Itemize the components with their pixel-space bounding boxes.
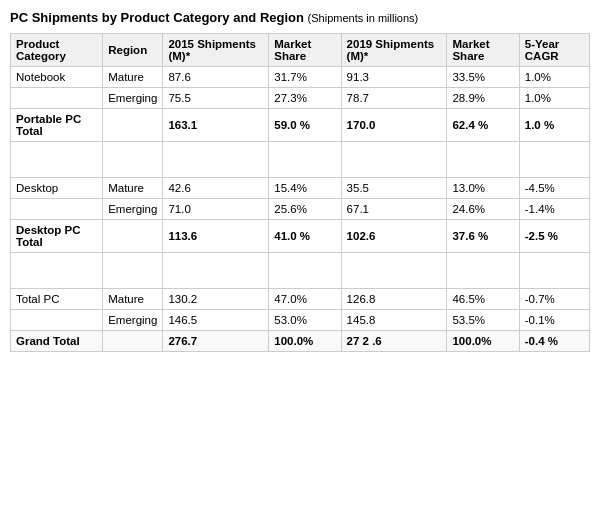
table-cell: 146.5	[163, 310, 269, 331]
col-header-region: Region	[103, 34, 163, 67]
table-cell: 75.5	[163, 88, 269, 109]
table-cell: 41.0 %	[269, 220, 341, 253]
table-cell: Total PC	[11, 289, 103, 310]
spacer-row	[11, 271, 590, 289]
table-cell: 37.6 %	[447, 220, 519, 253]
table-cell: 42.6	[163, 178, 269, 199]
table-cell: 28.9%	[447, 88, 519, 109]
subtotal-row: Desktop PC Total113.641.0 %102.637.6 %-2…	[11, 220, 590, 253]
table-cell: 27.3%	[269, 88, 341, 109]
table-cell: 100.0%	[447, 331, 519, 352]
table-cell	[103, 331, 163, 352]
table-cell: 31.7%	[269, 67, 341, 88]
table-cell: 33.5%	[447, 67, 519, 88]
table-cell: 25.6%	[269, 199, 341, 220]
table-cell: 46.5%	[447, 289, 519, 310]
table-cell: 276.7	[163, 331, 269, 352]
table-cell: -0.4 %	[519, 331, 589, 352]
table-cell: Emerging	[103, 88, 163, 109]
col-header-share2019: Market Share	[447, 34, 519, 67]
table-cell: -0.1%	[519, 310, 589, 331]
table-row: DesktopMature42.615.4%35.513.0%-4.5%	[11, 178, 590, 199]
table-cell: -1.4%	[519, 199, 589, 220]
spacer-row	[11, 142, 590, 160]
table-cell: 13.0%	[447, 178, 519, 199]
shipments-table: Product Category Region 2015 Shipments (…	[10, 33, 590, 352]
table-row: Total PCMature130.247.0%126.846.5%-0.7%	[11, 289, 590, 310]
table-cell: -0.7%	[519, 289, 589, 310]
table-cell: 126.8	[341, 289, 447, 310]
table-cell: 1.0%	[519, 67, 589, 88]
table-cell: Desktop PC Total	[11, 220, 103, 253]
table-cell: 100.0%	[269, 331, 341, 352]
table-cell: 1.0 %	[519, 109, 589, 142]
col-header-category: Product Category	[11, 34, 103, 67]
spacer-row	[11, 253, 590, 271]
table-cell: Grand Total	[11, 331, 103, 352]
table-cell: 163.1	[163, 109, 269, 142]
spacer-row	[11, 160, 590, 178]
table-cell	[103, 220, 163, 253]
table-cell: Notebook	[11, 67, 103, 88]
table-cell: 67.1	[341, 199, 447, 220]
subtotal-row: Portable PC Total163.159.0 %170.062.4 %1…	[11, 109, 590, 142]
col-header-ship2019: 2019 Shipments (M)*	[341, 34, 447, 67]
col-header-share2015: Market Share	[269, 34, 341, 67]
table-cell	[11, 310, 103, 331]
table-cell	[103, 109, 163, 142]
table-cell	[11, 199, 103, 220]
table-cell: 102.6	[341, 220, 447, 253]
table-cell: 53.5%	[447, 310, 519, 331]
col-header-cagr: 5-Year CAGR	[519, 34, 589, 67]
table-cell: Portable PC Total	[11, 109, 103, 142]
table-cell: 113.6	[163, 220, 269, 253]
table-cell: 130.2	[163, 289, 269, 310]
table-cell: Emerging	[103, 310, 163, 331]
page-title: PC Shipments by Product Category and Reg…	[10, 10, 590, 25]
table-row: Emerging71.025.6%67.124.6%-1.4%	[11, 199, 590, 220]
table-cell: Emerging	[103, 199, 163, 220]
table-cell: 71.0	[163, 199, 269, 220]
table-cell	[11, 88, 103, 109]
table-cell: 62.4 %	[447, 109, 519, 142]
table-cell: 91.3	[341, 67, 447, 88]
table-cell: Mature	[103, 289, 163, 310]
table-cell: 87.6	[163, 67, 269, 88]
table-cell: Desktop	[11, 178, 103, 199]
table-cell: 53.0%	[269, 310, 341, 331]
table-cell: 78.7	[341, 88, 447, 109]
table-cell: -4.5%	[519, 178, 589, 199]
table-row: Emerging146.553.0%145.853.5%-0.1%	[11, 310, 590, 331]
table-cell: 27 2 .6	[341, 331, 447, 352]
table-cell: 145.8	[341, 310, 447, 331]
table-cell: 15.4%	[269, 178, 341, 199]
table-cell: 59.0 %	[269, 109, 341, 142]
table-cell: -2.5 %	[519, 220, 589, 253]
table-cell: 170.0	[341, 109, 447, 142]
table-cell: 35.5	[341, 178, 447, 199]
table-cell: 47.0%	[269, 289, 341, 310]
table-row: NotebookMature87.631.7%91.333.5%1.0%	[11, 67, 590, 88]
table-cell: 24.6%	[447, 199, 519, 220]
table-cell: 1.0%	[519, 88, 589, 109]
table-row: Emerging75.527.3%78.728.9%1.0%	[11, 88, 590, 109]
table-cell: Mature	[103, 67, 163, 88]
col-header-ship2015: 2015 Shipments (M)*	[163, 34, 269, 67]
table-header-row: Product Category Region 2015 Shipments (…	[11, 34, 590, 67]
grand-total-row: Grand Total276.7100.0%27 2 .6100.0%-0.4 …	[11, 331, 590, 352]
table-cell: Mature	[103, 178, 163, 199]
